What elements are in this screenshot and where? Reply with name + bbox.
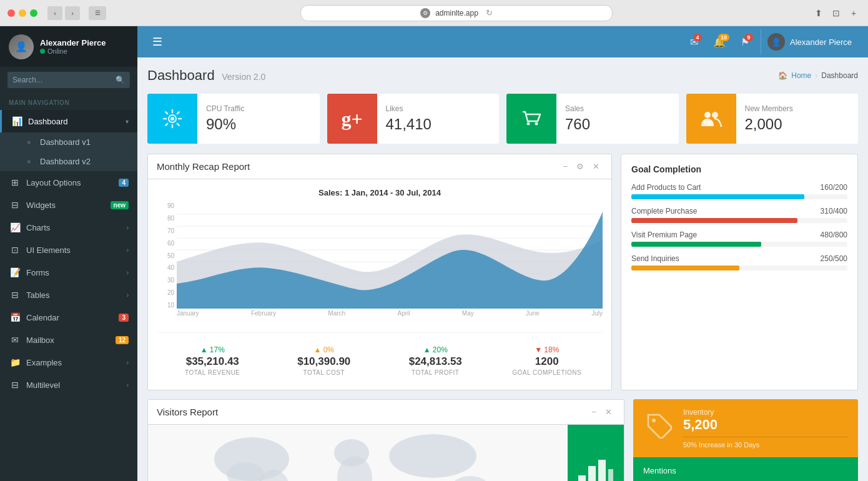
browser-chrome: ‹ › ☰ ⚙ adminlte.app ↻ ⬆ ⊡ +	[0, 0, 868, 26]
sidebar-item-layout-options[interactable]: ⊞ Layout Options 4	[0, 171, 137, 194]
sidebar-item-label: Dashboard v2	[40, 157, 129, 166]
sidebar-item-multilevel[interactable]: ⊟ Multilevel ›	[0, 374, 137, 396]
avatar: 👤	[9, 34, 34, 59]
chevron-right-icon: ›	[127, 382, 129, 389]
panel-tools-monthly: − ⚙ ✕	[560, 161, 603, 172]
inventory-info: Inventory 5,200 50% Increase in 30 Days	[683, 408, 848, 449]
page-icon: ⚙	[420, 8, 430, 18]
minimize-visitors-button[interactable]: −	[588, 406, 599, 418]
breadcrumb-home[interactable]: Home	[791, 71, 811, 80]
nav-section-label: MAIN NAVIGATION	[0, 93, 137, 110]
sidebar: 👤 Alexander Pierce Online 🔍 MAIN NAVIGAT…	[0, 26, 137, 481]
profit-value: $24,813.53	[385, 355, 486, 368]
reload-icon[interactable]: ↻	[486, 8, 493, 17]
share-button[interactable]: ⬆	[812, 6, 826, 20]
sidebar-item-dashboard[interactable]: 📊 Dashboard ▾	[0, 110, 137, 132]
sidebar-item-label: Forms	[26, 268, 127, 277]
maximize-dot[interactable]	[30, 9, 37, 17]
sidebar-item-dashboard-v2[interactable]: ○ Dashboard v2	[0, 152, 137, 171]
visitors-body: 8390	[148, 425, 624, 481]
minimize-dot[interactable]	[19, 9, 26, 17]
sidebar-item-calendar[interactable]: 📅 Calendar 3	[0, 306, 137, 329]
notifications-button[interactable]: 🔔 10	[707, 32, 732, 52]
tag-icon	[643, 410, 674, 447]
sidebar-item-label: UI Elements	[26, 245, 127, 255]
user-menu[interactable]: 👤 Alexander Pierce	[761, 29, 858, 54]
back-button[interactable]: ‹	[47, 6, 62, 20]
close-visitors-button[interactable]: ✕	[602, 406, 615, 418]
goal-bar-fill	[631, 194, 804, 199]
goal-bar-fill	[631, 218, 797, 223]
goal-label: Visit Premium Page	[631, 231, 697, 239]
svg-rect-22	[578, 475, 586, 481]
y-label: 40	[157, 264, 174, 271]
visitors-panel: Visitors Report − ✕	[147, 399, 624, 481]
close-panel-button[interactable]: ✕	[589, 161, 603, 172]
goal-item-add-to-cart: Add Products to Cart 160/200	[631, 183, 847, 199]
app-wrapper: 👤 Alexander Pierce Online 🔍 MAIN NAVIGAT…	[0, 26, 868, 481]
circle-icon: ○	[22, 139, 35, 146]
visitors-header: Visitors Report − ✕	[148, 400, 624, 425]
close-dot[interactable]	[7, 9, 15, 17]
x-label: July	[591, 310, 603, 327]
goal-completion-title: Goal Completion	[631, 164, 847, 174]
y-label: 10	[157, 302, 174, 309]
sidebar-item-mailbox[interactable]: ✉ Mailbox 12	[0, 329, 137, 351]
sidebar-username: Alexander Pierce	[40, 38, 106, 47]
sidebar-item-label: Multilevel	[26, 380, 127, 390]
inventory-widget: Inventory 5,200 50% Increase in 30 Days	[633, 399, 858, 457]
sidebar-status: Online	[40, 47, 106, 55]
forward-button[interactable]: ›	[65, 6, 80, 20]
svg-point-1	[170, 117, 174, 121]
settings-panel-button[interactable]: ⚙	[573, 161, 587, 172]
revenue-value: $35,210.43	[162, 355, 264, 368]
forms-icon: 📝	[9, 267, 21, 277]
cost-change: ▲ 0%	[274, 345, 375, 354]
y-label: 80	[157, 215, 174, 222]
likes-label: Likes	[386, 104, 432, 113]
svg-point-3	[535, 122, 538, 126]
main-area: ☰ ✉ 4 🔔 10 ⚑ 9 👤 Alexander	[137, 26, 868, 481]
y-label: 20	[157, 289, 174, 296]
zoom-button[interactable]: +	[847, 6, 861, 20]
url-bar[interactable]: ⚙ adminlte.app ↻	[300, 5, 613, 21]
sidebar-item-tables[interactable]: ⊟ Tables ›	[0, 284, 137, 306]
flags-button[interactable]: ⚑ 9	[734, 32, 756, 52]
tab-list-button[interactable]: ☰	[89, 6, 106, 20]
profit-label: TOTAL PROFIT	[385, 369, 486, 376]
messages-button[interactable]: ✉ 4	[684, 32, 704, 52]
sidebar-item-widgets[interactable]: ⊟ Widgets new	[0, 194, 137, 216]
browser-actions: ⬆ ⊡ +	[812, 6, 861, 20]
sidebar-item-label: Layout Options	[26, 178, 119, 187]
search-input[interactable]	[12, 76, 112, 84]
monthly-panel-title: Monthly Recap Report	[157, 161, 250, 172]
members-icon-box	[686, 94, 736, 144]
search-input-wrapper[interactable]: 🔍	[7, 72, 130, 88]
info-box-members: New Members 2,000	[686, 94, 859, 144]
svg-point-2	[527, 122, 530, 126]
stat-revenue: ▲ 17% $35,210.43 TOTAL REVENUE	[157, 340, 269, 381]
sidebar-item-examples[interactable]: 📁 Examples ›	[0, 351, 137, 374]
stat-cost: ▲ 0% $10,390.90 TOTAL COST	[269, 340, 380, 381]
breadcrumb-current: Dashboard	[821, 71, 858, 80]
y-label: 30	[157, 277, 174, 284]
monthly-report-row: Monthly Recap Report − ⚙ ✕ Sales: 1 Jan,…	[147, 154, 858, 390]
sidebar-item-charts[interactable]: 📈 Charts ›	[0, 216, 137, 239]
sidebar-item-forms[interactable]: 📝 Forms ›	[0, 261, 137, 284]
sidebar-item-dashboard-v1[interactable]: ○ Dashboard v1	[0, 132, 137, 152]
sidebar-item-ui-elements[interactable]: ⊡ UI Elements ›	[0, 239, 137, 261]
menu-toggle-button[interactable]: ☰	[147, 32, 167, 51]
goal-item-purchase: Complete Purchase 310/400	[631, 207, 847, 223]
minimize-panel-button[interactable]: −	[560, 161, 571, 172]
bar-chart-icon	[577, 457, 614, 481]
resize-button[interactable]: ⊡	[829, 6, 843, 20]
page-title: Dashboard	[147, 67, 215, 83]
y-label: 70	[157, 227, 174, 234]
sidebar-item-label: Dashboard v1	[40, 137, 129, 147]
goal-bar-bg	[631, 218, 847, 223]
users-icon	[698, 105, 725, 132]
browser-dots	[7, 9, 37, 17]
info-box-content-sales: Sales 760	[556, 94, 599, 144]
layout-icon: ⊞	[9, 177, 21, 187]
profit-change: ▲ 20%	[385, 345, 486, 354]
